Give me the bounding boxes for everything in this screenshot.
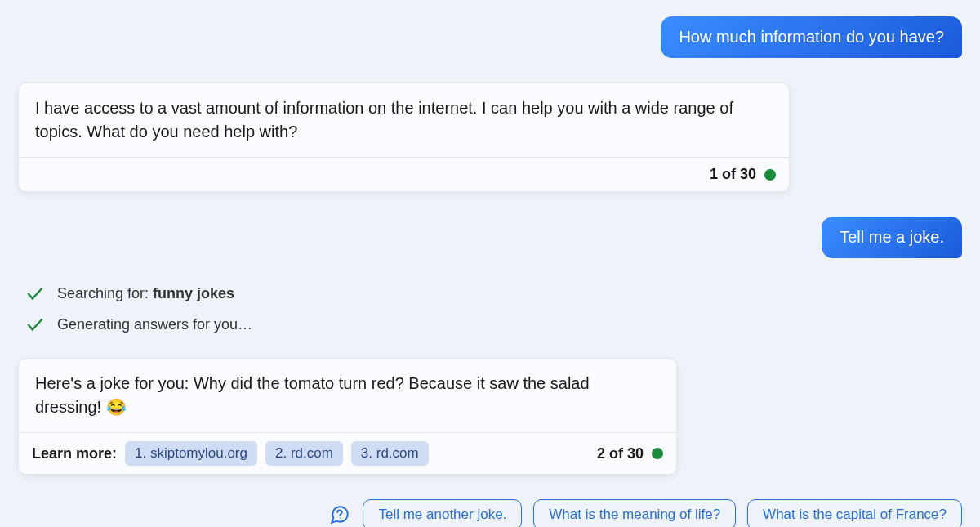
bot-message-body: Here's a joke for you: Why did the tomat… — [19, 359, 676, 432]
generating-status: Generating answers for you… — [18, 314, 962, 335]
message-counter: 1 of 30 — [710, 166, 776, 183]
suggestion-button[interactable]: What is the meaning of life? — [533, 499, 736, 527]
counter-text: 1 of 30 — [710, 166, 756, 183]
searching-text: Searching for: funny jokes — [57, 285, 234, 302]
learn-more-label: Learn more: — [32, 445, 117, 462]
user-message-row: Tell me a joke. — [18, 217, 962, 258]
suggestion-button[interactable]: What is the capital of France? — [747, 499, 962, 527]
chat-area: How much information do you have? I have… — [18, 16, 962, 527]
check-icon — [24, 314, 46, 335]
message-counter: 2 of 30 — [597, 445, 663, 462]
check-icon — [24, 283, 46, 304]
learn-more: Learn more: 1. skiptomylou.org 2. rd.com… — [32, 441, 429, 466]
bot-message-footer: 1 of 30 — [19, 157, 789, 191]
chat-question-icon — [329, 504, 350, 525]
citation-link[interactable]: 1. skiptomylou.org — [125, 441, 257, 466]
searching-query: funny jokes — [153, 285, 234, 301]
status-dot-icon — [764, 169, 776, 181]
bot-message-body: I have access to a vast amount of inform… — [19, 83, 789, 157]
bot-message-text: I have access to a vast amount of inform… — [35, 99, 733, 141]
svg-point-0 — [340, 517, 341, 518]
status-dot-icon — [652, 448, 663, 459]
suggestion-button[interactable]: Tell me another joke. — [363, 499, 522, 527]
user-message-row: How much information do you have? — [18, 16, 962, 58]
user-message-bubble: Tell me a joke. — [822, 217, 962, 258]
counter-text: 2 of 30 — [597, 445, 644, 462]
suggestions-row: Tell me another joke. What is the meanin… — [18, 499, 962, 527]
user-message-text: Tell me a joke. — [840, 228, 944, 246]
user-message-text: How much information do you have? — [679, 28, 944, 46]
citation-link[interactable]: 2. rd.com — [265, 441, 343, 466]
searching-prefix: Searching for: — [57, 285, 153, 301]
citation-link[interactable]: 3. rd.com — [351, 441, 429, 466]
bot-message-footer: Learn more: 1. skiptomylou.org 2. rd.com… — [19, 432, 676, 474]
generating-text: Generating answers for you… — [57, 316, 252, 333]
bot-message-card: I have access to a vast amount of inform… — [18, 83, 790, 192]
user-message-bubble: How much information do you have? — [661, 16, 962, 58]
bot-message-text: Here's a joke for you: Why did the tomat… — [35, 374, 590, 416]
bot-message-card: Here's a joke for you: Why did the tomat… — [18, 358, 677, 475]
help-icon[interactable] — [328, 503, 351, 526]
searching-status: Searching for: funny jokes — [18, 283, 962, 304]
